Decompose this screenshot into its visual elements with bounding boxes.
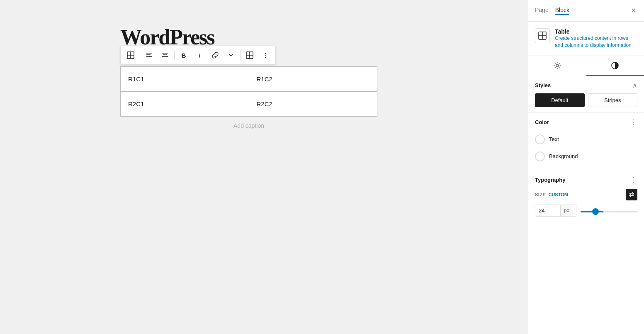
switch-icon (629, 192, 634, 197)
table-cell-r2c1[interactable]: R2C1 (121, 92, 249, 117)
typography-section: Typography ⋮ SIZE CUSTOM px (528, 170, 644, 222)
typography-more-button[interactable]: ⋮ (629, 175, 637, 185)
caption-placeholder[interactable]: Add caption (120, 122, 377, 129)
styles-section-header: Styles ∧ (535, 81, 637, 89)
font-size-row: px (535, 205, 637, 217)
align-center-button[interactable] (158, 48, 173, 63)
table-icon (126, 51, 135, 59)
background-color-label: Background (549, 153, 578, 159)
block-title: Table (555, 28, 637, 35)
link-icon (211, 51, 219, 59)
size-label: SIZE (535, 192, 546, 197)
font-size-unit: px (560, 205, 573, 216)
text-color-swatch[interactable] (535, 134, 545, 144)
block-info-text: Table Create structured content in rows … (555, 28, 637, 49)
divider (174, 50, 175, 60)
table-row: R2C1 R2C2 (121, 92, 377, 117)
table-cell-r1c1[interactable]: R1C1 (121, 67, 249, 92)
italic-button[interactable]: I (192, 48, 207, 63)
text-color-item[interactable]: Text (535, 131, 637, 148)
size-switch-button[interactable] (626, 189, 637, 200)
block-info: Table Create structured content in rows … (528, 22, 644, 56)
sidebar-tabs: Page Block (535, 7, 569, 15)
table-cell-r1c2[interactable]: R1C2 (249, 67, 377, 92)
tab-page[interactable]: Page (535, 7, 549, 15)
table-block-icon (538, 31, 547, 40)
styles-title: Styles (535, 82, 551, 88)
color-title: Color (535, 119, 549, 125)
color-section-header: Color ⋮ (535, 117, 637, 127)
content-table[interactable]: R1C1 R1C2 R2C1 R2C2 (120, 66, 377, 117)
font-size-input-wrap: px (535, 205, 576, 217)
divider (240, 50, 241, 60)
font-size-slider[interactable] (581, 211, 637, 212)
size-row: SIZE CUSTOM (535, 189, 637, 200)
table-edit-button[interactable] (242, 48, 257, 63)
color-more-button[interactable]: ⋮ (629, 117, 637, 127)
table-edit-icon (245, 51, 254, 59)
half-circle-icon (611, 61, 619, 70)
align-center-icon (161, 51, 169, 59)
style-buttons: Default Stripes (535, 93, 637, 107)
svg-point-15 (556, 64, 559, 67)
size-label-group: SIZE CUSTOM (535, 192, 568, 197)
divider (140, 50, 140, 60)
text-color-label: Text (549, 136, 559, 142)
align-left-icon (146, 51, 153, 59)
background-color-item[interactable]: Background (535, 148, 637, 165)
more-options-icon: ⋮ (262, 52, 268, 59)
table-cell-r2c2[interactable]: R2C2 (249, 92, 377, 117)
editor-table-wrap: R1C1 R1C2 R2C1 R2C2 Add caption (120, 66, 377, 129)
appearance-tab-button[interactable] (586, 56, 644, 76)
background-color-swatch[interactable] (535, 151, 545, 161)
typography-title: Typography (535, 177, 565, 183)
styles-collapse-button[interactable]: ∧ (632, 81, 637, 89)
chevron-down-button[interactable] (224, 48, 238, 63)
font-size-input[interactable] (535, 205, 560, 216)
block-description: Create structured content in rows and co… (555, 35, 637, 49)
close-button[interactable]: × (629, 5, 637, 17)
color-section: Color ⋮ Text Background (528, 112, 644, 170)
chevron-down-icon (228, 53, 233, 58)
more-options-button[interactable]: ⋮ (258, 48, 273, 63)
default-style-button[interactable]: Default (535, 93, 585, 107)
block-toolbar: B I ⋮ (120, 46, 276, 65)
settings-tab-button[interactable] (528, 56, 586, 76)
styles-section: Styles ∧ Default Stripes (528, 76, 644, 112)
editor-area: WordPress B I (0, 0, 528, 334)
align-left-button[interactable] (142, 48, 157, 63)
table-row: R1C1 R1C2 (121, 67, 377, 92)
custom-badge: CUSTOM (548, 192, 568, 197)
stripes-style-button[interactable]: Stripes (588, 93, 638, 107)
block-icon (535, 28, 550, 43)
bold-button[interactable]: B (176, 48, 191, 63)
table-select-button[interactable] (123, 48, 138, 63)
tab-block[interactable]: Block (555, 7, 569, 15)
typography-section-header: Typography ⋮ (535, 175, 637, 185)
sidebar: Page Block × Table Create structured con… (528, 0, 644, 334)
link-button[interactable] (208, 48, 223, 63)
sidebar-header: Page Block × (528, 0, 644, 22)
style-toggle (528, 56, 644, 76)
gear-icon (553, 61, 561, 70)
font-size-slider-wrap (581, 207, 637, 214)
